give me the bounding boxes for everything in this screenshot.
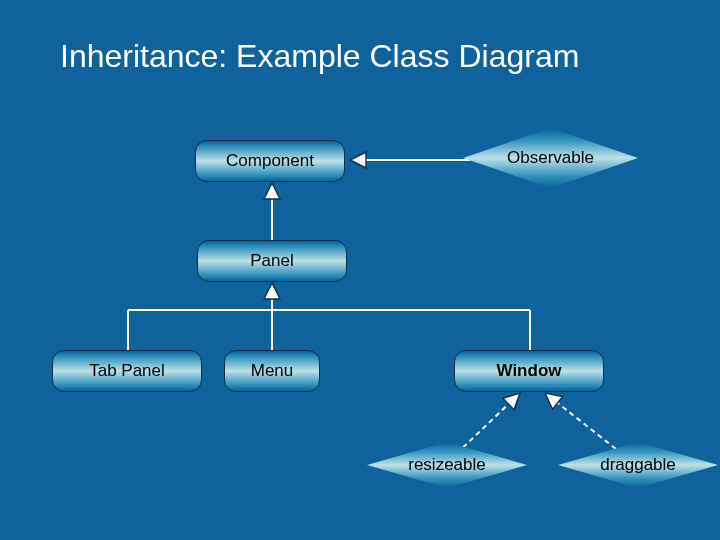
class-label: Component bbox=[226, 151, 314, 171]
mixin-observable: Observable bbox=[463, 128, 638, 188]
class-label: Menu bbox=[251, 361, 294, 381]
class-label: Tab Panel bbox=[89, 361, 165, 381]
class-box-window: Window bbox=[454, 350, 604, 392]
mixin-resizeable: resizeable bbox=[367, 442, 527, 488]
page-title: Inheritance: Example Class Diagram bbox=[60, 38, 579, 75]
class-box-menu: Menu bbox=[224, 350, 320, 392]
class-label: Window bbox=[497, 361, 562, 381]
class-box-panel: Panel bbox=[197, 240, 347, 282]
mixin-draggable: draggable bbox=[558, 442, 718, 488]
mixin-label: resizeable bbox=[408, 455, 486, 475]
class-box-tab-panel: Tab Panel bbox=[52, 350, 202, 392]
mixin-label: draggable bbox=[600, 455, 676, 475]
class-box-component: Component bbox=[195, 140, 345, 182]
class-label: Panel bbox=[250, 251, 293, 271]
mixin-label: Observable bbox=[507, 148, 594, 168]
